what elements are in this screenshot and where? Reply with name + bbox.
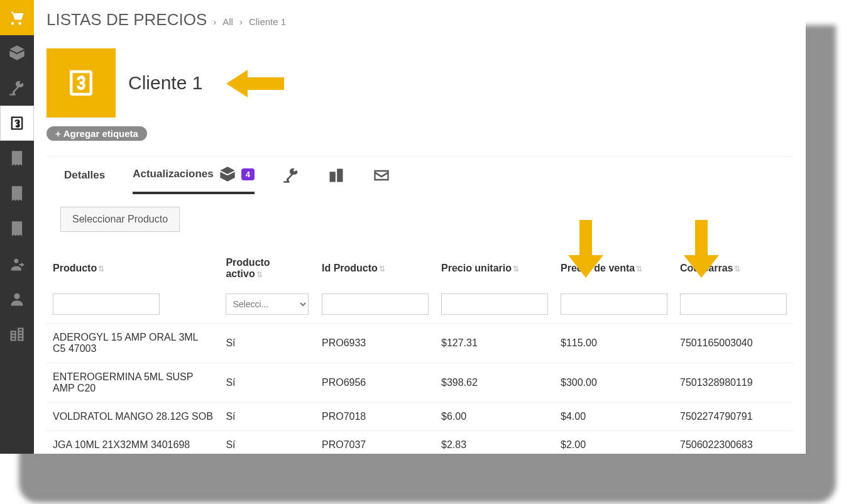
updates-badge: 4 <box>241 168 255 180</box>
user-icon <box>8 290 26 308</box>
sidebar-item-invoices[interactable] <box>0 141 34 176</box>
add-tag-button[interactable]: + Agregar etiqueta <box>47 126 147 141</box>
svg-marker-0 <box>226 70 284 97</box>
cell-barcode: 7501165003040 <box>674 324 793 363</box>
breadcrumb-level1[interactable]: All <box>222 16 233 27</box>
sidebar-logo[interactable] <box>0 0 34 35</box>
tab-company[interactable] <box>327 167 345 193</box>
header-row: Cliente 1 <box>47 48 793 118</box>
sidebar-item-company[interactable] <box>0 317 34 352</box>
sort-icon: ⇅ <box>98 265 104 273</box>
cell-barcode: 7506022300683 <box>674 431 793 454</box>
cell-product: ADEROGYL 15 AMP ORAL 3ML C5 47003 <box>47 324 219 363</box>
cell-active: Sí <box>219 363 315 403</box>
table-row[interactable]: ENTEROGERMINA 5ML SUSP AMP C20SíPRO6956$… <box>47 363 793 403</box>
table-row[interactable]: VOLDRATOL MANGO 28.12G SOBSíPRO7018$6.00… <box>47 403 793 431</box>
record-icon-tile <box>47 48 116 118</box>
cell-product: ENTEROGERMINA 5ML SUSP AMP C20 <box>47 363 219 403</box>
sort-icon: ⇅ <box>256 270 263 279</box>
add-tag-label: Agregar etiqueta <box>63 128 138 139</box>
price-book-large-icon <box>64 66 98 100</box>
cell-sale_price: $4.00 <box>554 403 674 431</box>
filter-barcode-input[interactable] <box>680 293 787 315</box>
annotation-arrow-left <box>226 67 283 99</box>
filter-unit-price-input[interactable] <box>441 293 548 315</box>
sidebar-item-users[interactable] <box>0 282 34 317</box>
tabs: Detalles Actualizaciones 4 <box>47 156 793 194</box>
page-title: Cliente 1 <box>128 72 202 94</box>
sidebar-item-sales-orders[interactable] <box>0 176 34 211</box>
price-book-icon <box>8 114 26 132</box>
app-shell: LISTAS DE PRECIOS › All › Cliente 1 Clie… <box>0 0 806 454</box>
tab-email[interactable] <box>373 167 390 193</box>
filter-product-input[interactable] <box>53 293 160 315</box>
main-panel: LISTAS DE PRECIOS › All › Cliente 1 Clie… <box>34 0 806 454</box>
svg-marker-2 <box>684 220 719 278</box>
cell-barcode: 7501328980119 <box>674 363 793 403</box>
breadcrumb: LISTAS DE PRECIOS › All › Cliente 1 <box>47 10 793 30</box>
cart-icon <box>8 9 26 26</box>
box-open-icon <box>219 165 236 183</box>
buildings-icon <box>8 326 26 343</box>
filter-active-select[interactable]: Selecci... <box>226 293 309 315</box>
select-product-button[interactable]: Seleccionar Producto <box>60 207 180 232</box>
sort-icon: ⇅ <box>734 265 740 273</box>
po-icon <box>8 220 26 238</box>
col-unit-price[interactable]: Precio unitario⇅ <box>435 252 554 285</box>
cell-unit_price: $398.62 <box>435 363 554 403</box>
tab-updates[interactable]: Actualizaciones 4 <box>133 165 255 194</box>
sidebar-item-service[interactable] <box>0 70 34 106</box>
cell-active: Sí <box>219 431 315 454</box>
envelope-icon <box>373 167 390 184</box>
cell-id: PRO6933 <box>315 324 435 363</box>
cell-unit_price: $127.31 <box>435 324 554 363</box>
svg-marker-1 <box>568 220 603 278</box>
col-active[interactable]: Producto activo⇅ <box>219 252 315 285</box>
col-id[interactable]: Id Producto⇅ <box>315 252 435 285</box>
cell-product: VOLDRATOL MANGO 28.12G SOB <box>47 403 219 431</box>
cell-sale_price: $115.00 <box>554 324 674 363</box>
chevron-right-icon: › <box>239 16 243 27</box>
chevron-right-icon: › <box>213 16 216 27</box>
products-table: Producto⇅ Producto activo⇅ Id Producto⇅ … <box>47 252 793 454</box>
tab-service[interactable] <box>282 167 300 193</box>
annotation-arrow-down-unit-price <box>568 220 603 278</box>
cell-sale_price: $2.00 <box>554 431 674 454</box>
tab-details[interactable]: Detalles <box>64 169 105 190</box>
hand-wrench-icon <box>282 167 300 184</box>
person-arrow-icon <box>8 255 26 273</box>
cell-id: PRO7018 <box>315 403 435 431</box>
cell-product: JGA 10ML 21X32MM 3401698 <box>47 431 219 454</box>
sort-icon: ⇅ <box>513 265 519 273</box>
table-row[interactable]: JGA 10ML 21X32MM 3401698SíPRO7037$2.83$2… <box>47 431 793 454</box>
box-open-icon <box>8 44 26 62</box>
cell-id: PRO7037 <box>315 431 435 454</box>
table-row[interactable]: ADEROGYL 15 AMP ORAL 3ML C5 47003SíPRO69… <box>47 324 793 363</box>
hand-wrench-icon <box>8 79 26 97</box>
sidebar-item-transfer[interactable] <box>0 246 34 282</box>
breadcrumb-level2[interactable]: Cliente 1 <box>249 16 286 27</box>
col-product[interactable]: Producto⇅ <box>47 252 219 285</box>
cell-sale_price: $300.00 <box>554 363 674 403</box>
tab-details-label: Detalles <box>64 169 105 182</box>
sidebar <box>0 0 34 454</box>
filter-sale-price-input[interactable] <box>561 293 667 315</box>
cell-active: Sí <box>219 324 315 363</box>
plus-icon: + <box>55 128 61 139</box>
invoice-icon <box>8 150 26 167</box>
filter-id-input[interactable] <box>322 293 429 315</box>
cell-id: PRO6956 <box>315 363 435 403</box>
tab-updates-label: Actualizaciones <box>133 168 214 180</box>
sidebar-item-pricing[interactable] <box>0 106 34 141</box>
breadcrumb-root[interactable]: LISTAS DE PRECIOS <box>47 10 207 30</box>
cell-barcode: 7502274790791 <box>674 403 793 431</box>
cell-active: Sí <box>219 403 315 431</box>
cell-unit_price: $6.00 <box>435 403 554 431</box>
sort-icon: ⇅ <box>636 265 642 273</box>
cell-unit_price: $2.83 <box>435 431 554 454</box>
sidebar-item-inventory[interactable] <box>0 35 34 70</box>
annotation-arrow-down-sale-price <box>684 220 719 278</box>
sidebar-item-purchase-orders[interactable] <box>0 211 34 246</box>
buildings-icon <box>327 167 345 184</box>
so-icon <box>8 185 26 202</box>
